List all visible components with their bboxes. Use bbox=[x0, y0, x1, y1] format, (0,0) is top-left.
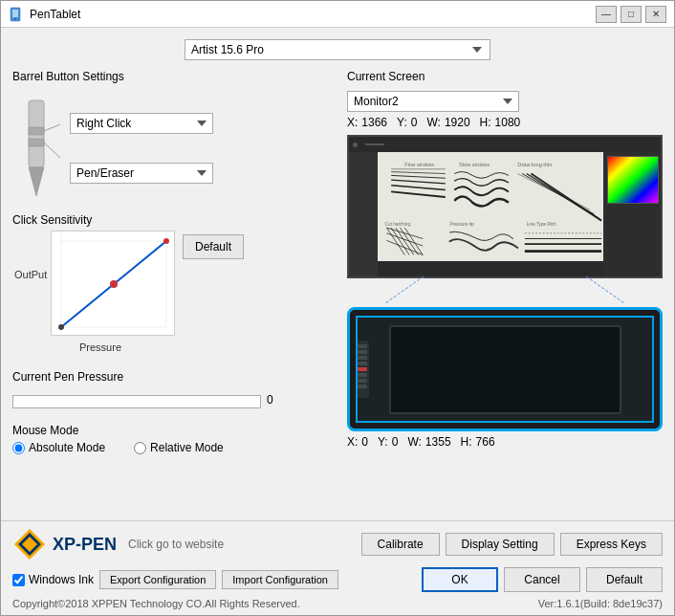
monitor-select[interactable]: Monitor1 Monitor2 bbox=[347, 91, 519, 112]
barrel-button2-select[interactable]: Pen/Eraser Right Click Left Click None bbox=[70, 163, 213, 184]
current-screen-title: Current Screen bbox=[347, 70, 663, 83]
tablet-w-label: W: bbox=[407, 435, 421, 449]
screen-x-val: 1366 bbox=[361, 116, 387, 129]
svg-line-46 bbox=[586, 276, 624, 303]
svg-marker-4 bbox=[29, 167, 44, 196]
relative-mode-label: Relative Mode bbox=[150, 441, 224, 454]
tablet-h-coord: H: 766 bbox=[461, 435, 495, 449]
cancel-button[interactable]: Cancel bbox=[504, 567, 580, 592]
windows-ink-checkbox[interactable] bbox=[12, 574, 25, 586]
color-picker bbox=[607, 156, 659, 204]
svg-line-23 bbox=[391, 191, 446, 197]
current-pressure-section: Current Pen Pressure 0 bbox=[12, 370, 338, 408]
right-panel: Current Screen Monitor1 Monitor2 X: 1366… bbox=[347, 70, 663, 513]
svg-point-2 bbox=[14, 18, 16, 20]
svg-point-14 bbox=[110, 280, 118, 288]
screen-w-label: W: bbox=[426, 116, 440, 129]
svg-text:Line Type Rich: Line Type Rich bbox=[527, 222, 557, 227]
svg-line-8 bbox=[44, 143, 60, 158]
svg-rect-5 bbox=[29, 127, 44, 135]
calibrate-button[interactable]: Calibrate bbox=[361, 533, 440, 556]
screen-coords-row: X: 1366 Y: 0 W: 1920 H: bbox=[347, 116, 663, 129]
pen-icon bbox=[12, 91, 60, 206]
sensitivity-graph[interactable] bbox=[51, 231, 175, 336]
tablet-selection-rect bbox=[356, 316, 654, 423]
absolute-mode-option[interactable]: Absolute Mode bbox=[12, 441, 105, 454]
screen-y-label: Y: bbox=[397, 116, 407, 129]
tablet-w-val: 1355 bbox=[425, 435, 451, 449]
svg-point-16 bbox=[163, 238, 169, 244]
xppen-logo-icon bbox=[12, 527, 47, 561]
title-bar-left: PenTablet bbox=[9, 7, 80, 22]
barrel-inner: Right Click Left Click Middle Click None… bbox=[12, 91, 338, 206]
absolute-mode-radio[interactable] bbox=[12, 442, 25, 454]
ok-button[interactable]: OK bbox=[422, 567, 498, 592]
mouse-mode-options: Absolute Mode Relative Mode bbox=[12, 441, 338, 454]
svg-line-29 bbox=[531, 174, 601, 221]
barrel-button1-select[interactable]: Right Click Left Click Middle Click None bbox=[70, 113, 213, 134]
close-button[interactable]: ✕ bbox=[645, 6, 666, 23]
barrel-settings-section: Barrel Button Settings bbox=[12, 70, 338, 206]
svg-point-15 bbox=[58, 324, 64, 330]
click-website-link[interactable]: Click go to website bbox=[128, 538, 224, 551]
bottom-row1: XP-PEN Click go to website Calibrate Dis… bbox=[12, 527, 663, 561]
relative-mode-option[interactable]: Relative Mode bbox=[134, 441, 224, 454]
maximize-button[interactable]: □ bbox=[621, 6, 642, 23]
svg-rect-6 bbox=[29, 139, 44, 146]
copyright-text: Copyright©2018 XPPEN Technology CO.All R… bbox=[12, 598, 300, 609]
tablet-y-coord: Y: 0 bbox=[378, 435, 398, 449]
main-content: Artist 15.6 Pro Barrel Button Settings bbox=[1, 28, 674, 520]
app-mockup: Fine strokes bbox=[349, 137, 661, 276]
sensitivity-default-button[interactable]: Default bbox=[183, 234, 244, 259]
bottom-row2: Windows Ink Export Configuration Import … bbox=[12, 567, 663, 592]
dialog-buttons: OK Cancel Default bbox=[422, 567, 663, 592]
tablet-graphic bbox=[347, 307, 663, 431]
title-bar-controls: — □ ✕ bbox=[596, 6, 666, 23]
windows-ink-checkbox-label[interactable]: Windows Ink bbox=[12, 573, 94, 586]
canvas-area: Fine strokes bbox=[378, 152, 603, 276]
sensitivity-graph-svg bbox=[52, 231, 176, 337]
xppen-logo[interactable]: XP-PEN bbox=[12, 527, 117, 561]
device-select[interactable]: Artist 15.6 Pro bbox=[185, 39, 490, 60]
screen-h-coord: H: 1080 bbox=[480, 116, 521, 129]
svg-rect-1 bbox=[12, 10, 18, 17]
svg-line-33 bbox=[396, 228, 414, 254]
relative-mode-radio[interactable] bbox=[134, 442, 146, 454]
brush-strokes-svg: Fine strokes bbox=[378, 152, 603, 276]
svg-text:Draw long thin: Draw long thin bbox=[517, 162, 552, 167]
bottom-action-buttons: Calibrate Display Setting Express Keys bbox=[361, 533, 663, 556]
tablet-w-coord: W: 1355 bbox=[407, 435, 450, 449]
screen-w-val: 1920 bbox=[445, 116, 470, 129]
sensitivity-graph-row: OutPut bbox=[12, 231, 338, 336]
screen-h-label: H: bbox=[480, 116, 491, 129]
connector-lines-svg bbox=[347, 276, 663, 305]
svg-text:Cut hatching: Cut hatching bbox=[385, 222, 411, 227]
barrel-settings-title: Barrel Button Settings bbox=[12, 70, 338, 83]
left-toolbar bbox=[349, 152, 378, 276]
click-sensitivity-label: Click Sensitivity bbox=[12, 213, 338, 227]
svg-line-36 bbox=[386, 228, 423, 238]
absolute-mode-label: Absolute Mode bbox=[29, 441, 105, 454]
tablet-x-label: X: bbox=[347, 435, 358, 449]
tablet-x-val: 0 bbox=[361, 435, 368, 449]
import-config-button[interactable]: Import Configuration bbox=[222, 570, 338, 589]
title-bar: PenTablet — □ ✕ bbox=[1, 1, 674, 28]
bottom-bar: XP-PEN Click go to website Calibrate Dis… bbox=[1, 520, 674, 615]
screen-tablet-wrapper: Fine strokes bbox=[347, 135, 663, 513]
pen-graphic bbox=[12, 91, 60, 206]
window-title: PenTablet bbox=[30, 8, 80, 21]
tablet-y-val: 0 bbox=[392, 435, 399, 449]
export-config-button[interactable]: Export Configuration bbox=[99, 570, 216, 589]
screen-w-coord: W: 1920 bbox=[426, 116, 469, 129]
minimize-button[interactable]: — bbox=[596, 6, 617, 23]
express-keys-button[interactable]: Express Keys bbox=[560, 533, 663, 556]
main-window: PenTablet — □ ✕ Artist 15.6 Pro Barrel B… bbox=[0, 0, 675, 616]
default-button[interactable]: Default bbox=[586, 567, 663, 592]
svg-line-45 bbox=[385, 276, 424, 303]
screen-x-label: X: bbox=[347, 116, 358, 129]
display-setting-button[interactable]: Display Setting bbox=[446, 533, 555, 556]
app-toolbar bbox=[349, 137, 661, 152]
pressure-bar-container bbox=[12, 395, 261, 408]
current-screen-section: Current Screen Monitor1 Monitor2 X: 1366… bbox=[347, 70, 663, 129]
screen-preview: Fine strokes bbox=[347, 135, 663, 278]
